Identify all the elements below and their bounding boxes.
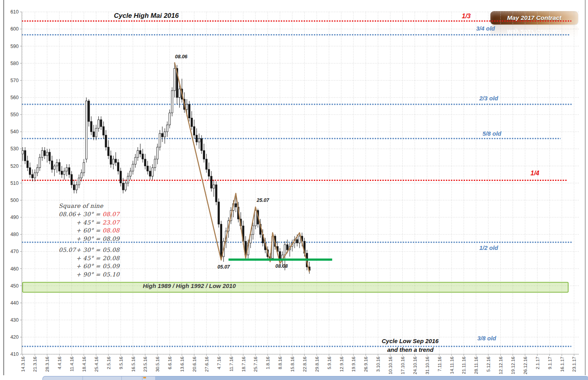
- svg-text:28.11.16: 28.11.16: [474, 357, 478, 374]
- swing-low-label-0507: 05.07: [217, 264, 230, 270]
- candlestick-chart: 4104204304404504604704804905005105205305…: [0, 0, 588, 380]
- svg-text:410: 410: [10, 351, 19, 357]
- label-three-quarters-old: 3/4 old: [476, 25, 495, 32]
- svg-text:9.1.17: 9.1.17: [548, 357, 552, 369]
- svg-text:28.3.16: 28.3.16: [45, 357, 50, 372]
- square-of-nine-row: 05.07+ 30° = 05.08: [59, 246, 119, 254]
- svg-text:4.4.16: 4.4.16: [57, 357, 62, 369]
- svg-text:15.8.16: 15.8.16: [290, 357, 295, 372]
- svg-text:10.10.16: 10.10.16: [388, 357, 393, 374]
- svg-text:5.9.16: 5.9.16: [327, 357, 332, 369]
- sheet-tabs-scrollbar[interactable]: [42, 376, 588, 380]
- svg-text:31.10.16: 31.10.16: [425, 357, 430, 374]
- svg-text:610: 610: [10, 9, 19, 15]
- svg-text:14.3.16: 14.3.16: [21, 357, 25, 372]
- svg-text:420: 420: [10, 334, 19, 340]
- svg-text:30.5.16: 30.5.16: [155, 357, 160, 372]
- square-of-nine-row: + 60° = 05.09: [59, 262, 119, 271]
- svg-text:570: 570: [10, 78, 19, 83]
- svg-text:23.5.16: 23.5.16: [143, 357, 148, 372]
- square-of-nine-row: + 90° = 08.09: [59, 235, 119, 243]
- svg-text:480: 480: [10, 232, 19, 237]
- svg-text:16.1.17: 16.1.17: [560, 357, 565, 372]
- square-of-nine-row: + 45° = 20.08: [59, 254, 119, 263]
- svg-text:19.12.16: 19.12.16: [511, 357, 515, 374]
- sheet-tab-separator: [83, 376, 83, 380]
- svg-text:26.9.16: 26.9.16: [363, 357, 368, 372]
- svg-text:440: 440: [10, 300, 19, 306]
- svg-text:1.8.16: 1.8.16: [265, 357, 270, 369]
- square-of-nine-row: + 60° = 08.08: [59, 226, 119, 235]
- svg-text:25.7.16: 25.7.16: [253, 357, 258, 372]
- svg-text:500: 500: [10, 198, 19, 203]
- svg-text:26.12.16: 26.12.16: [523, 357, 528, 374]
- svg-text:6.6.16: 6.6.16: [167, 357, 172, 369]
- svg-text:14.11.16: 14.11.16: [450, 357, 454, 374]
- square-of-nine-title: Square of nine: [59, 203, 119, 209]
- svg-text:22.8.16: 22.8.16: [302, 357, 307, 372]
- svg-text:20.6.16: 20.6.16: [192, 357, 197, 372]
- svg-text:3.10.16: 3.10.16: [376, 357, 380, 372]
- svg-text:13.6.16: 13.6.16: [180, 357, 184, 372]
- svg-text:9.5.16: 9.5.16: [119, 357, 123, 369]
- swing-high-label-0806: 08.06: [175, 54, 187, 59]
- svg-text:520: 520: [10, 163, 19, 169]
- svg-text:510: 510: [10, 180, 19, 186]
- support-band-label: High 1989 / High 1992 / Low 2010: [143, 282, 236, 289]
- square-of-nine-block: Square of nine 08.06+ 30° = 08.07+ 45° =…: [59, 203, 119, 278]
- horizontal-scrollbar[interactable]: [155, 376, 588, 380]
- svg-text:19.9.16: 19.9.16: [351, 357, 356, 372]
- excel-chart-window: May 2017 Contract May 2017 Contract 4104…: [0, 0, 588, 380]
- svg-text:550: 550: [10, 112, 19, 117]
- svg-text:4.7.16: 4.7.16: [217, 357, 221, 369]
- svg-text:530: 530: [10, 146, 19, 152]
- cycle-high-annotation: Cycle High Mai 2016: [114, 12, 179, 20]
- gridlines: [22, 12, 579, 354]
- label-two-thirds-old: 2/3 old: [479, 95, 498, 102]
- svg-text:12.9.16: 12.9.16: [339, 357, 344, 372]
- sheet-tab-marker: [143, 377, 146, 378]
- svg-text:450: 450: [10, 283, 19, 289]
- svg-text:2.5.16: 2.5.16: [106, 357, 111, 369]
- svg-text:580: 580: [10, 61, 19, 66]
- svg-text:2.1.17: 2.1.17: [535, 357, 540, 369]
- svg-text:24.10.16: 24.10.16: [413, 357, 417, 374]
- svg-text:460: 460: [10, 266, 19, 272]
- square-of-nine-row: + 90° = 05.10: [59, 271, 119, 279]
- axes: 4104204304404504604704804905005105205305…: [10, 9, 579, 374]
- square-of-nine-row: 08.06+ 30° = 08.07: [59, 210, 119, 219]
- swing-high-label-2507: 25.07: [257, 198, 269, 203]
- support-band: [23, 282, 568, 292]
- svg-text:11.4.16: 11.4.16: [69, 357, 74, 372]
- svg-text:430: 430: [10, 317, 19, 323]
- sheet-tab-separator: [142, 376, 142, 380]
- label-three-eighths-old: 3/8 old: [477, 335, 496, 342]
- svg-text:470: 470: [10, 249, 19, 254]
- swing-low-label-0808: 08.08: [275, 263, 288, 269]
- svg-text:18.4.16: 18.4.16: [82, 357, 86, 372]
- svg-text:5.12.16: 5.12.16: [486, 357, 491, 372]
- cycle-low-annotation-line2: and then a trend: [387, 346, 434, 353]
- label-one-half-old: 1/2 old: [479, 244, 498, 251]
- svg-text:12.12.16: 12.12.16: [498, 357, 503, 374]
- svg-text:27.6.16: 27.6.16: [204, 357, 209, 372]
- svg-text:540: 540: [10, 129, 19, 134]
- svg-text:7.11.16: 7.11.16: [437, 357, 442, 372]
- svg-text:8.8.16: 8.8.16: [278, 357, 282, 369]
- label-five-eighths-old: 5/8 old: [482, 130, 502, 137]
- label-one-third: 1/3: [462, 13, 471, 20]
- svg-text:490: 490: [10, 215, 19, 220]
- svg-text:23.1.17: 23.1.17: [572, 357, 576, 372]
- svg-text:16.5.16: 16.5.16: [131, 357, 136, 372]
- trend-zigzag-line: [175, 62, 309, 272]
- svg-text:21.3.16: 21.3.16: [33, 357, 37, 372]
- svg-text:17.10.16: 17.10.16: [400, 357, 405, 374]
- svg-text:560: 560: [10, 95, 19, 100]
- square-of-nine-row: + 45° = 23.07: [59, 219, 119, 227]
- label-one-quarter: 1/4: [530, 170, 539, 177]
- sheet-tab-separator: [121, 376, 122, 380]
- svg-text:11.7.16: 11.7.16: [229, 357, 234, 372]
- svg-text:18.7.16: 18.7.16: [241, 357, 246, 372]
- svg-text:29.8.16: 29.8.16: [315, 357, 319, 372]
- svg-text:590: 590: [10, 44, 19, 49]
